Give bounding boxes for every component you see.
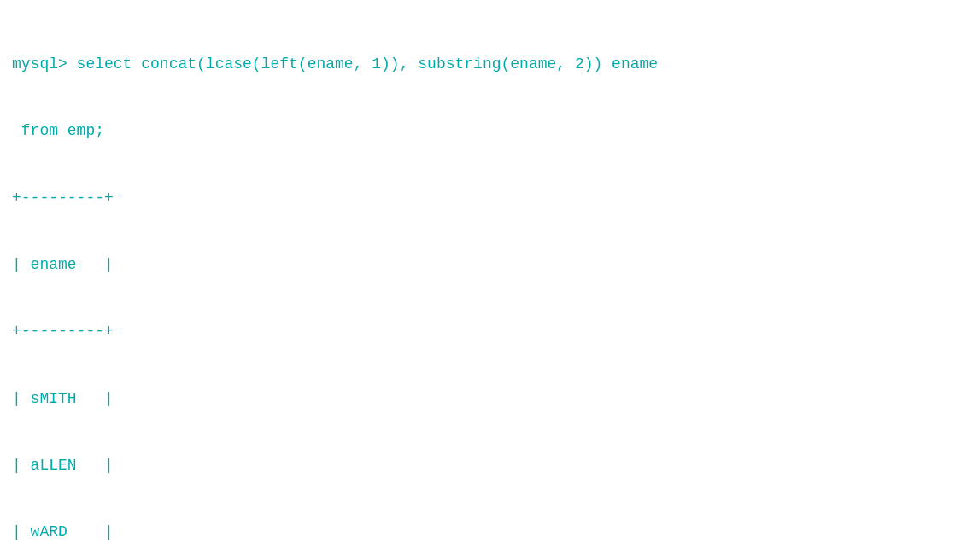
terminal-output: mysql> select concat(lcase(left(ename, 1… (12, 9, 949, 560)
table-header: | ename | (12, 254, 949, 276)
separator-header: +---------+ (12, 320, 949, 342)
separator-top: +---------+ (12, 187, 949, 209)
command-line-2: from emp; (12, 120, 949, 142)
row-ward: | wARD | (12, 521, 949, 543)
row-allen: | aLLEN | (12, 454, 949, 476)
command-line-1: mysql> select concat(lcase(left(ename, 1… (12, 53, 949, 75)
row-smith: | sMITH | (12, 388, 949, 410)
